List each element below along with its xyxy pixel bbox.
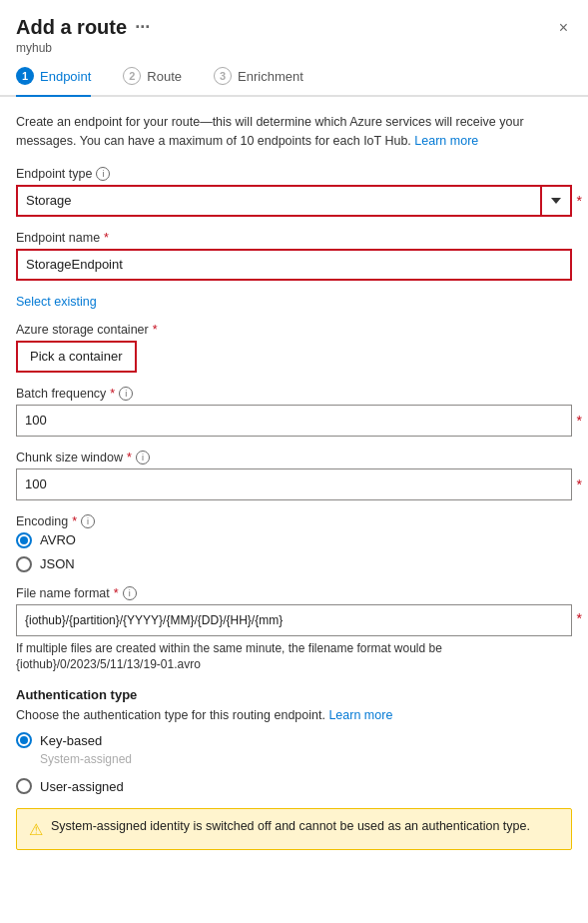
- encoding-info-icon[interactable]: i: [81, 514, 95, 528]
- file-format-required-marker: *: [577, 610, 582, 626]
- pick-container-button[interactable]: Pick a container: [16, 341, 137, 373]
- auth-type-radio-group: Key-based System-assigned User-assigned: [16, 732, 572, 794]
- batch-frequency-input[interactable]: [16, 405, 572, 437]
- warning-text: System-assigned identity is switched off…: [51, 819, 530, 833]
- endpoint-name-label: Endpoint name *: [16, 231, 572, 245]
- file-format-example: {iothub}/0/2023/5/11/13/19-01.avro: [16, 657, 201, 671]
- system-assigned-label: System-assigned: [40, 752, 572, 766]
- tabs: 1 Endpoint 2 Route 3 Enrichment: [0, 55, 588, 97]
- page-title: Add a route: [16, 16, 127, 39]
- encoding-radio-group: AVRO JSON: [16, 532, 572, 572]
- file-format-hint: If multiple files are created within the…: [16, 640, 572, 674]
- tab-enrichment[interactable]: 3 Enrichment: [214, 67, 303, 95]
- endpoint-name-input[interactable]: [16, 249, 572, 281]
- batch-frequency-input-wrapper: *: [16, 405, 572, 437]
- file-name-format-input[interactable]: [16, 604, 572, 636]
- auth-key-based-label: Key-based: [40, 733, 102, 748]
- tab-route-circle: 2: [123, 67, 141, 85]
- encoding-json-option[interactable]: JSON: [16, 556, 572, 572]
- batch-frequency-info-icon[interactable]: i: [119, 387, 133, 401]
- endpoint-type-required: *: [577, 193, 582, 209]
- chunk-size-input-wrapper: *: [16, 468, 572, 500]
- chunk-size-required: *: [127, 451, 132, 464]
- azure-storage-container-label: Azure storage container *: [16, 323, 572, 337]
- tab-route[interactable]: 2 Route: [123, 67, 182, 95]
- auth-user-assigned-label: User-assigned: [40, 779, 124, 794]
- endpoint-type-info-icon[interactable]: i: [96, 167, 110, 181]
- endpoint-type-select-wrapper: Storage *: [16, 185, 572, 217]
- panel: Add a route ··· myhub × 1 Endpoint 2 Rou…: [0, 0, 588, 923]
- auth-learn-more[interactable]: Learn more: [328, 708, 392, 722]
- endpoint-name-input-wrapper: [16, 249, 572, 281]
- auth-user-assigned-option[interactable]: User-assigned: [16, 778, 572, 794]
- tab-enrichment-label: Enrichment: [238, 69, 303, 84]
- description-learn-more[interactable]: Learn more: [414, 134, 478, 148]
- auth-type-title: Authentication type: [16, 687, 572, 702]
- endpoint-name-required-star: *: [104, 231, 109, 245]
- encoding-json-label: JSON: [40, 556, 75, 571]
- warning-icon: ⚠: [29, 820, 43, 839]
- header-title: Add a route ···: [16, 16, 150, 39]
- tab-enrichment-circle: 3: [214, 67, 232, 85]
- batch-frequency-label: Batch frequency * i: [16, 387, 572, 401]
- endpoint-type-label: Endpoint type i: [16, 167, 572, 181]
- tab-route-label: Route: [147, 69, 182, 84]
- auth-key-based-option[interactable]: Key-based: [16, 732, 572, 748]
- encoding-avro-label: AVRO: [40, 532, 76, 547]
- header-left: Add a route ··· myhub: [16, 16, 150, 55]
- file-format-info-icon[interactable]: i: [123, 586, 137, 600]
- chunk-size-required-marker: *: [577, 476, 582, 492]
- close-button[interactable]: ×: [555, 16, 572, 40]
- description: Create an endpoint for your route—this w…: [16, 113, 572, 151]
- tab-endpoint-circle: 1: [16, 67, 34, 85]
- ellipsis-button[interactable]: ···: [135, 17, 150, 38]
- auth-type-description: Choose the authentication type for this …: [16, 708, 572, 722]
- file-name-format-label: File name format * i: [16, 586, 572, 600]
- auth-user-assigned-radio: [16, 778, 32, 794]
- auth-key-based-radio: [16, 732, 32, 748]
- encoding-avro-radio: [16, 532, 32, 548]
- file-format-input-wrapper: *: [16, 604, 572, 640]
- encoding-required: *: [72, 514, 77, 528]
- tab-endpoint[interactable]: 1 Endpoint: [16, 67, 91, 97]
- batch-freq-required: *: [110, 387, 115, 401]
- encoding-json-radio: [16, 556, 32, 572]
- warning-box: ⚠ System-assigned identity is switched o…: [16, 808, 572, 850]
- chunk-size-label: Chunk size window * i: [16, 451, 572, 464]
- endpoint-type-select[interactable]: Storage: [16, 185, 572, 217]
- encoding-label: Encoding * i: [16, 514, 572, 528]
- hub-name: myhub: [16, 41, 150, 55]
- select-existing-link[interactable]: Select existing: [16, 295, 572, 309]
- header: Add a route ··· myhub ×: [0, 0, 588, 55]
- tab-endpoint-label: Endpoint: [40, 69, 91, 84]
- content: Create an endpoint for your route—this w…: [0, 97, 588, 923]
- azure-storage-required-star: *: [153, 323, 158, 337]
- chunk-size-info-icon[interactable]: i: [136, 451, 150, 464]
- chunk-size-input[interactable]: [16, 468, 572, 500]
- encoding-avro-option[interactable]: AVRO: [16, 532, 572, 548]
- batch-freq-required-marker: *: [577, 413, 582, 429]
- file-format-required: *: [114, 586, 119, 600]
